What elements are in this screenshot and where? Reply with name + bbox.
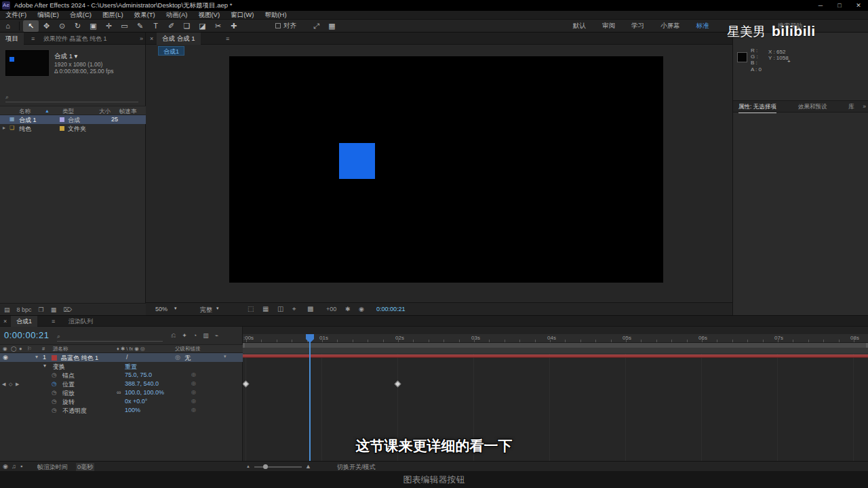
maximize-button[interactable]: □ [830, 0, 849, 11]
workspace-small-screen[interactable]: 小屏幕 [660, 22, 680, 30]
transparency-grid-icon[interactable]: ▩ [307, 305, 313, 312]
property-value[interactable]: 0x +0.0° [125, 398, 147, 405]
resolution-dropdown[interactable]: 完整 [200, 306, 212, 314]
preview-timecode[interactable]: 0:00:00:21 [376, 306, 406, 312]
graph-toggle-icon[interactable]: ◎ [191, 407, 196, 413]
panel-grid-icon[interactable]: ▦ [324, 20, 340, 32]
twirl-icon[interactable]: ▸ [3, 125, 5, 131]
chevron-down-icon[interactable]: ▾ [75, 52, 78, 60]
layer-label-chip[interactable] [52, 355, 57, 361]
menu-file[interactable]: 文件(F) [0, 11, 32, 20]
pen-tool-icon[interactable]: ✎ [132, 20, 148, 32]
stopwatch-icon[interactable]: ◷ [52, 389, 56, 396]
puppet-tool-icon[interactable]: ✚ [226, 20, 241, 32]
mask-visibility-icon[interactable]: ◫ [277, 305, 283, 312]
close-button[interactable]: ✕ [849, 0, 868, 11]
transform-group-row[interactable]: ▾ 变换 重置 [0, 362, 243, 371]
project-row-comp[interactable]: ▦ 合成 1 合成 25 [0, 115, 146, 124]
snap-toggle[interactable]: 对齐 [275, 22, 296, 30]
workspace-standard[interactable]: 标准 [696, 22, 709, 30]
current-view-icon[interactable]: ⌖ [292, 305, 296, 313]
project-depth-label[interactable]: 8 bpc [17, 306, 32, 313]
workspace-learn[interactable]: 学习 [631, 22, 644, 30]
workspace-review[interactable]: 审阅 [602, 22, 615, 30]
menu-window[interactable]: 窗口(W) [225, 11, 259, 20]
zoom-slider-thumb[interactable] [263, 464, 268, 469]
fast-previews-icon[interactable]: ✱ [345, 306, 351, 312]
viewer-tab-comp1[interactable]: 合成1 [158, 46, 184, 56]
tab-timeline-comp1[interactable]: 合成1 [11, 316, 37, 327]
zoom-out-mountain-icon[interactable]: ▲ [246, 464, 250, 468]
panel-overflow-icon[interactable]: » [863, 103, 866, 110]
grid-guides-icon[interactable]: ▦ [262, 305, 269, 312]
column-source-name[interactable]: 源名称 [53, 346, 68, 352]
blue-solid-layer[interactable] [339, 143, 375, 179]
add-keyframe-icon[interactable]: ◇ [9, 382, 12, 387]
roto-brush-tool-icon[interactable]: ✂ [210, 20, 226, 32]
graph-toggle-icon[interactable]: ◎ [191, 371, 196, 378]
mini-flowchart-icon[interactable]: ⎌ [171, 332, 176, 340]
home-tool-icon[interactable]: ⌂ [0, 20, 16, 32]
shape-tool-icon[interactable]: ▭ [117, 20, 132, 32]
new-folder-icon[interactable]: ❐ [39, 306, 44, 313]
exposure-value[interactable]: +00 [326, 306, 336, 312]
sort-arrow-icon[interactable]: ▲ [45, 108, 50, 113]
link-dimensions-icon[interactable]: ∞ [117, 389, 121, 396]
workspace-default[interactable]: 默认 [573, 22, 586, 30]
twirl-open-icon[interactable]: ▾ [35, 354, 38, 360]
lock-column-icon[interactable]: ⚐ [27, 346, 32, 352]
layer-quality-switch[interactable]: / [126, 354, 128, 361]
menu-layer[interactable]: 图层(L) [97, 11, 129, 20]
delete-icon[interactable]: ⌦ [63, 306, 72, 313]
tab-project[interactable]: 项目 [0, 33, 24, 45]
tab-render-queue[interactable]: 渲染队列 [64, 316, 97, 327]
time-ruler[interactable]: :00s 01s 02s 03s 04s 05s 06s 07s 08s [243, 334, 868, 343]
property-value[interactable]: 75.0, 75.0 [125, 371, 152, 378]
type-tool-icon[interactable]: T [148, 20, 163, 32]
twirl-open-icon[interactable]: ▾ [43, 363, 46, 369]
property-value[interactable]: 100% [125, 407, 140, 413]
snapshot-icon[interactable]: ◉ [359, 306, 364, 312]
frame-blend-icon[interactable]: ▥ [203, 332, 209, 340]
brush-tool-icon[interactable]: ✐ [163, 20, 179, 32]
menu-animation[interactable]: 动画(A) [161, 11, 193, 20]
graph-toggle-icon[interactable]: ◎ [191, 398, 196, 404]
chevron-down-icon[interactable]: ▾ [216, 306, 219, 311]
pan-behind-tool-icon[interactable]: ✛ [101, 20, 117, 32]
chevron-down-icon[interactable]: ▾ [224, 354, 226, 359]
stopwatch-icon[interactable]: ◷ [52, 371, 56, 378]
label-color-chip[interactable] [60, 126, 64, 131]
motion-blur-icon[interactable]: ⌁ [215, 332, 218, 340]
pick-whip-icon[interactable]: ◎ [175, 354, 180, 361]
layer-duration-bar[interactable] [243, 354, 868, 358]
new-composition-icon[interactable]: ▦ [51, 306, 57, 313]
tab-effects-presets[interactable]: 效果和预设 [798, 103, 827, 111]
audio-column-icon[interactable]: ◯ [11, 346, 16, 352]
label-color-chip[interactable] [60, 117, 64, 122]
column-parent-link[interactable]: 父级和链接 [175, 346, 201, 352]
project-row-folder[interactable]: ▸ ❏ 纯色 文件夹 [0, 124, 146, 133]
capture-icon[interactable]: ▪ [20, 463, 22, 470]
keyframe-diamond[interactable] [395, 381, 401, 388]
property-row-position[interactable]: ◀ ◇ ▶ ◷ 位置 388.7, 540.0 ◎ [0, 380, 243, 388]
panel-menu-icon[interactable]: ≡ [222, 33, 233, 45]
eye-icon[interactable]: ◉ [3, 354, 8, 361]
panel-overflow-icon[interactable]: » [140, 33, 143, 45]
solo-column-icon[interactable]: ● [19, 346, 22, 352]
layer-row-solid[interactable]: ◉ ▾ 1 晶蓝色 纯色 1 / ◎ 无 ▾ [0, 353, 243, 362]
workspace-grid-icon[interactable]: ⤢ [309, 20, 324, 32]
property-row-anchor[interactable]: ◷ 锚点 75.0, 75.0 ◎ [0, 371, 243, 380]
camera-tool-icon[interactable]: ▣ [85, 20, 101, 32]
menu-effect[interactable]: 效果(T) [129, 11, 161, 20]
menu-view[interactable]: 视图(V) [193, 11, 225, 20]
panel-menu-icon[interactable]: ≡ [27, 33, 39, 45]
menu-help[interactable]: 帮助(H) [259, 11, 292, 20]
zoom-tool-icon[interactable]: ⊙ [54, 20, 70, 32]
interpret-footage-icon[interactable]: ▤ [4, 306, 10, 313]
region-of-interest-icon[interactable]: ⬚ [248, 305, 254, 312]
previous-keyframe-icon[interactable]: ◀ [2, 382, 5, 387]
hand-tool-icon[interactable]: ✥ [39, 20, 54, 32]
item-name[interactable]: 纯色 [19, 125, 31, 134]
composition-viewport[interactable] [229, 56, 663, 283]
video-column-icon[interactable]: ◉ [3, 346, 7, 352]
